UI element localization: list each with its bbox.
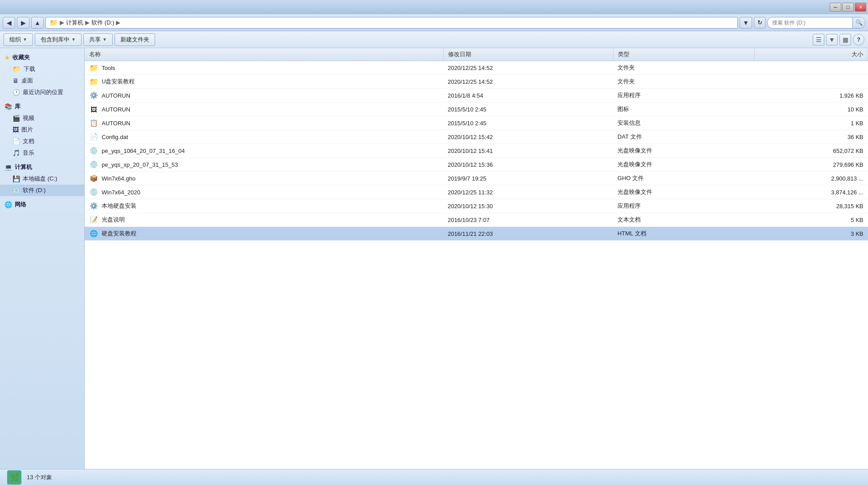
view-arrow-button[interactable]: ▼ (826, 34, 838, 45)
path-dropdown-button[interactable]: ▼ (740, 17, 752, 29)
file-name: pe_yqs_xp_20_07_31_15_53 (102, 161, 178, 168)
file-name-cell: 🌐 硬盘安装教程 (85, 227, 443, 241)
close-button[interactable]: ✕ (855, 3, 866, 12)
file-modified-cell: 2020/10/12 15:30 (443, 199, 613, 213)
organize-button[interactable]: 组织 ▼ (4, 33, 33, 46)
network-icon: 🌐 (4, 201, 12, 208)
gho-icon: 📦 (90, 174, 98, 182)
doc-icon: 📄 (12, 138, 20, 145)
path-computer-label: 计算机 (66, 19, 83, 27)
maximize-button[interactable]: □ (842, 3, 854, 12)
file-name-cell: 💿 Win7x64_2020 (85, 185, 443, 199)
table-row[interactable]: 💿 pe_yqs_xp_20_07_31_15_53 2020/10/12 15… (85, 158, 868, 172)
file-type-cell: 图标 (613, 103, 754, 116)
file-type-cell: 应用程序 (613, 199, 754, 213)
desktop-icon: 🖥 (12, 77, 19, 84)
table-row[interactable]: ⚙️ 本地硬盘安装 2020/10/12 15:30 应用程序 28,315 K… (85, 199, 868, 213)
table-row[interactable]: 📋 AUTORUN 2015/5/10 2:45 安装信息 1 KB (85, 116, 868, 130)
file-name-cell: 📁 Tools (85, 61, 443, 75)
file-type-cell: 应用程序 (613, 89, 754, 103)
organize-label: 组织 (9, 36, 21, 44)
file-name-cell: 🖼 AUTORUN (85, 103, 443, 116)
sidebar-item-music[interactable]: 🎵 音乐 (0, 147, 84, 159)
refresh-button[interactable]: ↻ (754, 17, 765, 29)
file-type-cell: 文件夹 (613, 75, 754, 89)
search-button[interactable]: 🔍 (852, 17, 865, 29)
include-library-button[interactable]: 包含到库中 ▼ (35, 33, 82, 46)
table-row[interactable]: 📝 光盘说明 2016/10/23 7:07 文本文档 5 KB (85, 213, 868, 227)
video-label: 视频 (23, 114, 34, 122)
col-type[interactable]: 类型 (613, 48, 754, 61)
layout-button[interactable]: ▦ (839, 34, 851, 45)
file-name-cell: ⚙️ 本地硬盘安装 (85, 199, 443, 213)
main-area: ★ 收藏夹 📁 下载 🖥 桌面 🕐 最近访问的位置 📚 库 (0, 48, 868, 469)
file-size-cell: 1 KB (755, 116, 868, 130)
help-button[interactable]: ? (853, 34, 864, 45)
file-size-cell: 1,926 KB (755, 89, 868, 103)
file-modified-cell: 2020/12/25 11:32 (443, 185, 613, 199)
desktop-label: 桌面 (21, 77, 33, 85)
folder-icon: 📁 (12, 65, 21, 73)
library-label: 库 (15, 103, 21, 111)
sidebar-item-drive-c[interactable]: 💾 本地磁盘 (C:) (0, 173, 84, 185)
table-row[interactable]: 🌐 硬盘安装教程 2016/11/21 22:03 HTML 文档 3 KB (85, 227, 868, 241)
drive-c-label: 本地磁盘 (C:) (23, 175, 57, 183)
path-sep2: ▶ (85, 19, 90, 26)
table-row[interactable]: 📁 Tools 2020/12/25 14:52 文件夹 (85, 61, 868, 75)
images-label: 图片 (21, 126, 33, 134)
search-input[interactable] (768, 20, 852, 26)
recent-icon: 🕐 (12, 89, 20, 96)
iso-icon: 💿 (90, 160, 98, 169)
forward-button[interactable]: ▶ (17, 17, 29, 29)
table-row[interactable]: 📁 U盘安装教程 2020/12/25 14:52 文件夹 (85, 75, 868, 89)
back-button[interactable]: ◀ (3, 17, 15, 29)
file-name: AUTORUN (102, 120, 130, 127)
sidebar-item-drive-d[interactable]: 💿 软件 (D:) (0, 185, 84, 196)
table-row[interactable]: 📦 Win7x64.gho 2019/9/7 19:25 GHO 文件 2,90… (85, 172, 868, 185)
html-icon: 🌐 (90, 230, 98, 238)
view-button[interactable]: ☰ (813, 34, 824, 45)
table-row[interactable]: 🖼 AUTORUN 2015/5/10 2:45 图标 10 KB (85, 103, 868, 116)
file-type-cell: 安装信息 (613, 116, 754, 130)
file-size-cell: 2,900,813 ... (755, 172, 868, 185)
file-modified-cell: 2020/10/12 15:36 (443, 158, 613, 172)
file-table: 名称 修改日期 类型 大小 📁 Tools 2020/12/25 14:52 文… (85, 48, 868, 241)
file-size-cell: 28,315 KB (755, 199, 868, 213)
sidebar-item-recent[interactable]: 🕐 最近访问的位置 (0, 86, 84, 98)
status-icon-glyph: 🌿 (9, 473, 19, 482)
iso-icon: 💿 (90, 188, 98, 196)
table-row[interactable]: ⚙️ AUTORUN 2016/1/8 4:54 应用程序 1,926 KB (85, 89, 868, 103)
sidebar: ★ 收藏夹 📁 下载 🖥 桌面 🕐 最近访问的位置 📚 库 (0, 48, 85, 469)
file-size-cell: 3,874,126 ... (755, 185, 868, 199)
sidebar-header-favorites: ★ 收藏夹 (0, 52, 84, 63)
path-sep1: ▶ (60, 19, 64, 26)
new-folder-button[interactable]: 新建文件夹 (115, 33, 155, 46)
star-icon: ★ (4, 54, 10, 61)
col-modified[interactable]: 修改日期 (443, 48, 613, 61)
sidebar-item-video[interactable]: 🎬 视频 (0, 112, 84, 124)
file-name-cell: 📋 AUTORUN (85, 116, 443, 130)
col-name[interactable]: 名称 (85, 48, 443, 61)
col-size[interactable]: 大小 (755, 48, 868, 61)
address-path[interactable]: 📁 收藏夹 ▶ 计算机 ▶ 软件 (D:) ▶ (45, 17, 738, 29)
table-row[interactable]: 📄 Config.dat 2020/10/12 15:42 DAT 文件 36 … (85, 130, 868, 144)
sidebar-item-documents[interactable]: 📄 文档 (0, 136, 84, 147)
sidebar-item-images[interactable]: 🖼 图片 (0, 124, 84, 136)
table-row[interactable]: 💿 pe_yqs_1064_20_07_31_16_04 2020/10/12 … (85, 144, 868, 158)
drive-d-icon: 💿 (12, 187, 20, 194)
file-name-cell: 📝 光盘说明 (85, 213, 443, 227)
file-modified-cell: 2020/10/12 15:41 (443, 144, 613, 158)
sidebar-section-favorites: ★ 收藏夹 📁 下载 🖥 桌面 🕐 最近访问的位置 (0, 52, 84, 98)
file-name: pe_yqs_1064_20_07_31_16_04 (102, 148, 185, 154)
video-icon: 🎬 (12, 115, 20, 122)
file-name: 光盘说明 (102, 216, 125, 224)
file-modified-cell: 2016/10/23 7:07 (443, 213, 613, 227)
include-arrow: ▼ (71, 37, 76, 42)
up-button[interactable]: ▲ (31, 17, 44, 29)
share-button[interactable]: 共享 ▼ (83, 33, 113, 46)
sidebar-item-desktop[interactable]: 🖥 桌面 (0, 75, 84, 86)
sidebar-section-network: 🌐 网络 (0, 199, 84, 210)
table-row[interactable]: 💿 Win7x64_2020 2020/12/25 11:32 光盘映像文件 3… (85, 185, 868, 199)
minimize-button[interactable]: ─ (830, 3, 841, 12)
sidebar-item-downloads[interactable]: 📁 下载 (0, 63, 84, 75)
